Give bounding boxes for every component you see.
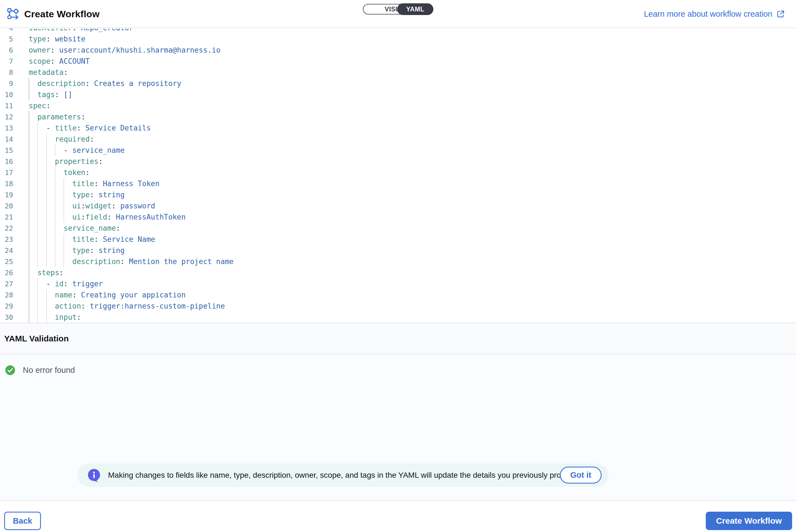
code-line[interactable]: 25 description: Mention the project name [0, 256, 796, 267]
code-line[interactable]: 21 ui:field: HarnessAuthToken [0, 211, 796, 223]
indent-guide [37, 223, 38, 234]
indent-guide [55, 145, 55, 156]
create-workflow-button[interactable]: Create Workflow [706, 512, 792, 530]
indent-guide [29, 289, 29, 301]
indent-guide [46, 200, 47, 211]
line-number: 6 [0, 46, 13, 54]
toggle-option-yaml[interactable]: YAML [397, 3, 433, 15]
indent-guide [37, 122, 38, 134]
indent-guide [29, 122, 29, 134]
code-line[interactable]: 4identifier: Repo_creator [0, 28, 796, 33]
indent-guide [29, 167, 29, 178]
indent-guide [29, 111, 29, 122]
code-text: type: string [29, 245, 125, 256]
indent-guide [37, 311, 38, 323]
code-line[interactable]: 5type: website [0, 33, 796, 44]
code-line[interactable]: 19 type: string [0, 189, 796, 200]
indent-guide [29, 178, 29, 189]
indent-guide [37, 278, 38, 289]
code-line[interactable]: 30 input: [0, 311, 796, 323]
code-text: name: Creating your appication [29, 289, 186, 301]
indent-guide [29, 89, 29, 100]
code-line[interactable]: 24 type: string [0, 245, 796, 256]
code-line[interactable]: 15 - service_name [0, 145, 796, 156]
code-line[interactable]: 6owner: user:account/khushi.sharma@harne… [0, 44, 796, 56]
code-line[interactable]: 29 action: trigger:harness-custom-pipeli… [0, 301, 796, 311]
yaml-validation-title: YAML Validation [4, 334, 69, 343]
code-line[interactable]: 13 - title: Service Details [0, 122, 796, 134]
yaml-editor[interactable]: 4identifier: Repo_creator5type: website6… [0, 28, 796, 323]
code-line[interactable]: 18 title: Harness Token [0, 178, 796, 189]
code-text: input: [29, 311, 81, 323]
indent-guide [37, 189, 38, 200]
line-number: 25 [0, 258, 13, 266]
code-line[interactable]: 7scope: ACCOUNT [0, 56, 796, 67]
code-line[interactable]: 20 ui:widget: password [0, 200, 796, 211]
line-number: 5 [0, 35, 13, 43]
code-line[interactable]: 28 name: Creating your appication [0, 289, 796, 301]
indent-guide [55, 211, 55, 223]
back-button[interactable]: Back [4, 512, 41, 530]
line-number: 16 [0, 157, 13, 166]
line-number: 26 [0, 269, 13, 277]
line-number: 23 [0, 235, 13, 244]
code-text: steps: [29, 267, 64, 278]
indent-guide [29, 301, 29, 311]
workflow-icon [7, 8, 20, 21]
code-text: type: website [29, 33, 86, 44]
indent-guide [55, 200, 55, 211]
learn-more-link[interactable]: Learn more about workflow creation [644, 0, 785, 28]
info-icon [87, 468, 102, 483]
line-number: 9 [0, 80, 13, 88]
indent-guide [29, 211, 29, 223]
code-text: ui:field: HarnessAuthToken [29, 211, 186, 223]
indent-guide [29, 278, 29, 289]
indent-guide [29, 145, 29, 156]
code-line[interactable]: 23 title: Service Name [0, 234, 796, 245]
code-line[interactable]: 16 properties: [0, 156, 796, 167]
code-text: owner: user:account/khushi.sharma@harnes… [29, 44, 221, 56]
code-line[interactable]: 12 parameters: [0, 111, 796, 122]
success-check-icon [5, 365, 15, 375]
info-banner: Making changes to fields like name, type… [77, 463, 609, 487]
line-number: 28 [0, 291, 13, 299]
code-text: type: string [29, 189, 125, 200]
code-line[interactable]: 22 service_name: [0, 223, 796, 234]
code-line[interactable]: 10 tags: [] [0, 89, 796, 100]
indent-guide [29, 311, 29, 323]
indent-guide [46, 145, 47, 156]
external-link-icon [776, 10, 785, 18]
line-number: 11 [0, 102, 13, 110]
code-line[interactable]: 27 - id: trigger [0, 278, 796, 289]
code-line[interactable]: 11spec: [0, 100, 796, 111]
code-text: spec: [29, 100, 50, 111]
indent-guide [55, 167, 55, 178]
indent-guide [55, 223, 55, 234]
code-text: title: Harness Token [29, 178, 160, 189]
visual-yaml-toggle: VISUAL YAML [363, 4, 433, 15]
code-line[interactable]: 17 token: [0, 167, 796, 178]
code-text: description: Creates a repository [29, 78, 181, 89]
indent-guide [46, 223, 47, 234]
indent-guide [46, 167, 47, 178]
line-number: 27 [0, 280, 13, 288]
code-text: service_name: [29, 223, 120, 234]
code-line[interactable]: 8metadata: [0, 67, 796, 78]
line-number: 21 [0, 213, 13, 221]
code-line[interactable]: 14 required: [0, 134, 796, 145]
code-text: description: Mention the project name [29, 256, 234, 267]
indent-guide [37, 178, 38, 189]
line-number: 10 [0, 91, 13, 99]
got-it-button[interactable]: Got it [560, 467, 602, 483]
line-number: 17 [0, 169, 13, 177]
yaml-editor-lines: 4identifier: Repo_creator5type: website6… [0, 28, 796, 323]
code-text: metadata: [29, 67, 68, 78]
indent-guide [29, 223, 29, 234]
code-line[interactable]: 9 description: Creates a repository [0, 78, 796, 89]
indent-guide [55, 256, 55, 267]
code-line[interactable]: 26 steps: [0, 267, 796, 278]
validation-status-row: No error found [5, 365, 75, 375]
learn-more-label: Learn more about workflow creation [644, 10, 772, 19]
indent-guide [55, 189, 55, 200]
info-banner-text: Making changes to fields like name, type… [108, 471, 582, 480]
